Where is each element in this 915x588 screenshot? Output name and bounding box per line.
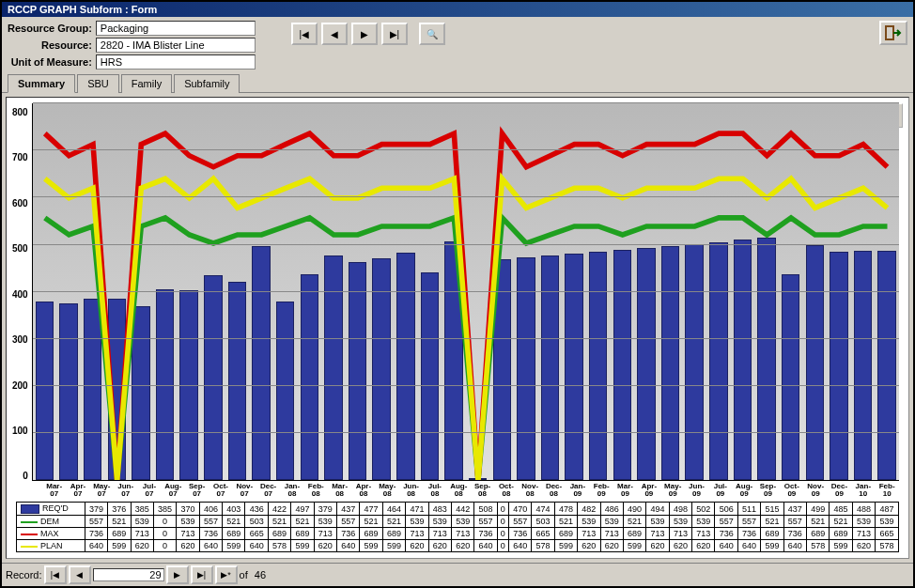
legend-value: 640	[508, 540, 531, 552]
legend-name: REQ'D	[17, 503, 85, 516]
legend-value: 736	[783, 528, 806, 540]
x-tick: Dec-08	[542, 481, 566, 498]
legend-value: 736	[508, 528, 531, 540]
record-next-button[interactable]: ▶	[166, 565, 189, 584]
legend-value: 713	[406, 528, 428, 540]
legend-value: 599	[223, 540, 245, 552]
legend-value: 485	[830, 503, 852, 516]
legend-value: 521	[223, 516, 245, 528]
nav-prev-button[interactable]: ◀	[321, 23, 348, 45]
legend-value: 0	[497, 516, 508, 528]
legend-value: 599	[761, 540, 783, 552]
legend-value: 599	[108, 540, 131, 552]
tab-sbu[interactable]: SBU	[77, 74, 119, 93]
legend-value: 689	[268, 528, 290, 540]
record-number-input[interactable]	[93, 568, 164, 581]
nav-first-button[interactable]: |◀	[291, 23, 318, 45]
legend-value: 557	[85, 516, 107, 528]
legend-value: 557	[715, 516, 737, 528]
legend-value: 376	[108, 503, 131, 516]
x-tick: Nov-08	[519, 481, 542, 498]
tab-summary[interactable]: Summary	[8, 74, 75, 93]
legend-value: 578	[268, 540, 290, 552]
legend-value: 736	[474, 528, 497, 540]
legend-value: 640	[474, 540, 497, 552]
legend-value: 483	[428, 503, 451, 516]
legend-value: 736	[85, 528, 107, 540]
x-tick: May-09	[661, 481, 685, 498]
legend-value: 521	[623, 516, 645, 528]
legend-value: 437	[783, 503, 806, 516]
nav-next-button[interactable]: ▶	[351, 23, 378, 45]
record-first-button[interactable]: |◀	[44, 565, 67, 584]
record-nav-group: |◀ ◀ ▶ ▶| 🔍	[291, 23, 445, 45]
svg-rect-0	[886, 26, 893, 39]
x-tick: Oct-07	[209, 481, 232, 498]
x-tick: Jan-08	[280, 481, 303, 498]
legend-value: 539	[428, 516, 451, 528]
legend-value: 578	[807, 540, 830, 552]
tab-family[interactable]: Family	[121, 74, 172, 93]
legend-value: 578	[876, 540, 899, 552]
exit-door-icon	[885, 25, 902, 40]
legend-value: 521	[807, 516, 830, 528]
legend-value: 620	[314, 540, 336, 552]
find-button[interactable]: 🔍	[419, 23, 445, 45]
resource-field[interactable]: 2820 - IMA Blister Line	[96, 38, 256, 53]
legend-value: 599	[554, 540, 577, 552]
legend-value: 422	[268, 503, 290, 516]
legend-value: 539	[646, 516, 669, 528]
legend-value: 665	[532, 528, 554, 540]
legend-value: 736	[715, 528, 737, 540]
x-tick: Apr-07	[66, 481, 89, 498]
legend-value: 521	[830, 516, 852, 528]
legend-value: 436	[245, 503, 268, 516]
legend-name: PLAN	[17, 540, 85, 552]
legend-value: 557	[337, 516, 360, 528]
legend-value: 620	[406, 540, 428, 552]
legend-value: 539	[131, 516, 153, 528]
tab-subfamily[interactable]: Subfamily	[174, 74, 240, 93]
legend-value: 557	[508, 516, 531, 528]
legend-value: 508	[474, 503, 497, 516]
legend-value: 539	[669, 516, 691, 528]
resource-group-label: Resource Group:	[8, 21, 92, 36]
record-new-button[interactable]: ▶*	[215, 565, 238, 584]
legend-value: 487	[876, 503, 899, 516]
uom-field[interactable]: HRS	[96, 54, 256, 70]
legend-value: 599	[382, 540, 405, 552]
legend-value: 539	[876, 516, 899, 528]
legend-value: 464	[382, 503, 405, 516]
legend-value: 557	[737, 516, 760, 528]
legend-value: 620	[852, 540, 875, 552]
legend-value: 486	[600, 503, 623, 516]
record-of-label: of	[240, 569, 248, 580]
x-tick: Oct-09	[780, 481, 803, 498]
legend-value: 736	[199, 528, 222, 540]
legend-value: 620	[646, 540, 669, 552]
x-tick: Feb-10	[875, 481, 898, 498]
legend-value: 521	[382, 516, 405, 528]
legend-value: 640	[245, 540, 268, 552]
record-last-button[interactable]: ▶|	[191, 565, 213, 584]
plot-area	[32, 103, 899, 481]
legend-value: 482	[578, 503, 600, 516]
legend-value: 736	[737, 528, 760, 540]
legend-value: 539	[578, 516, 600, 528]
legend-value: 620	[428, 540, 451, 552]
legend-value: 379	[314, 503, 336, 516]
x-tick: Jun-09	[685, 481, 708, 498]
legend-value: 521	[291, 516, 314, 528]
record-prev-button[interactable]: ◀	[69, 565, 91, 584]
legend-value: 713	[669, 528, 691, 540]
x-tick: Aug-09	[733, 481, 756, 498]
resource-group-field[interactable]: Packaging	[96, 21, 256, 36]
legend-value: 713	[314, 528, 336, 540]
x-tick: Jul-08	[423, 481, 446, 498]
nav-last-button[interactable]: ▶|	[381, 23, 408, 45]
exit-button[interactable]	[879, 21, 907, 45]
legend-row: DEM5575215390539557521503521521539557521…	[17, 516, 899, 528]
legend-value: 0	[497, 528, 508, 540]
legend-row: MAX7366897130713736689665689689713736689…	[17, 528, 899, 540]
legend-value: 640	[783, 540, 806, 552]
